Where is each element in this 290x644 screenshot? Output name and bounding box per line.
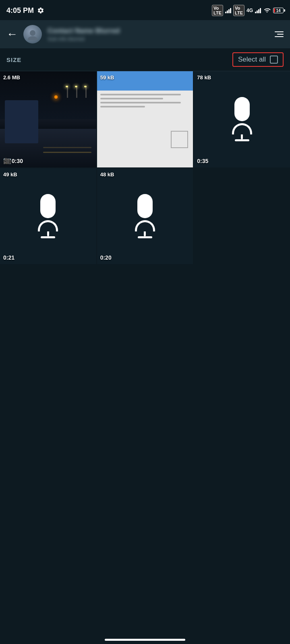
menu-line-2	[277, 34, 284, 35]
filter-bar: SIZE Select all	[0, 48, 290, 71]
back-button[interactable]: ←	[6, 29, 18, 40]
select-all-checkbox[interactable]	[270, 56, 278, 64]
media-duration-4: 0:21	[3, 254, 14, 261]
audio-icon-4	[38, 194, 58, 238]
empty-content-area	[0, 264, 290, 586]
menu-line-1	[275, 31, 284, 32]
media-size-1: 2.6 MB	[3, 74, 20, 80]
media-size-4: 49 kB	[3, 171, 17, 178]
contact-subtitle: Sub info blurred	[48, 36, 269, 42]
settings-icon[interactable]	[37, 7, 44, 14]
media-item-1[interactable]: 📷 2.6 MB 🎥 0:30	[0, 71, 96, 167]
audio-icon-3	[232, 97, 252, 141]
volte1-icon: VoLTE	[212, 5, 223, 16]
svg-point-0	[30, 30, 35, 36]
contact-avatar[interactable]	[23, 25, 42, 43]
top-nav-bar: ← Contact Name Blurred Sub info blurred	[0, 20, 290, 48]
volte2-icon: VoLTE	[233, 5, 244, 16]
battery-icon: 14	[273, 8, 284, 13]
contact-name: Contact Name Blurred	[48, 27, 269, 35]
size-filter-label[interactable]: SIZE	[6, 56, 21, 63]
signal2-icon	[255, 8, 261, 13]
media-duration-1: 🎥 0:30	[3, 158, 23, 164]
audio-icon-5	[135, 194, 155, 238]
media-duration-3: 0:35	[197, 158, 208, 164]
media-item-5[interactable]: 48 kB 0:20	[97, 168, 193, 264]
status-bar: 4:05 PM VoLTE VoLTE 4G 14	[0, 0, 290, 20]
wifi-icon	[263, 7, 271, 14]
home-indicator	[105, 639, 185, 641]
status-time-group: 4:05 PM	[6, 6, 44, 15]
home-indicator-wrapper	[0, 632, 290, 644]
clock-time: 4:05 PM	[6, 6, 34, 15]
contact-info: Contact Name Blurred Sub info blurred	[48, 27, 269, 42]
network-type-icon: 4G	[246, 8, 253, 13]
media-size-2: 59 kB	[100, 74, 114, 80]
select-all-text: Select all	[238, 56, 266, 64]
status-icons-group: VoLTE VoLTE 4G 14	[212, 5, 284, 16]
media-item-4[interactable]: 49 kB 0:21	[0, 168, 96, 264]
train-thumbnail	[0, 71, 96, 167]
media-grid: 📷 2.6 MB 🎥 0:30 59 kB 78 kB	[0, 71, 290, 264]
select-all-button[interactable]: Select all	[232, 52, 284, 67]
svg-point-1	[28, 36, 37, 40]
media-item-2[interactable]: 59 kB	[97, 71, 193, 167]
screenshot-thumbnail	[97, 71, 193, 167]
media-size-5: 48 kB	[100, 171, 114, 178]
media-size-3: 78 kB	[197, 74, 211, 80]
menu-icon[interactable]	[275, 31, 284, 37]
media-duration-5: 0:20	[100, 254, 112, 261]
menu-line-3	[275, 36, 284, 37]
signal1-icon	[225, 8, 231, 13]
media-item-3[interactable]: 78 kB 0:35	[194, 71, 290, 167]
